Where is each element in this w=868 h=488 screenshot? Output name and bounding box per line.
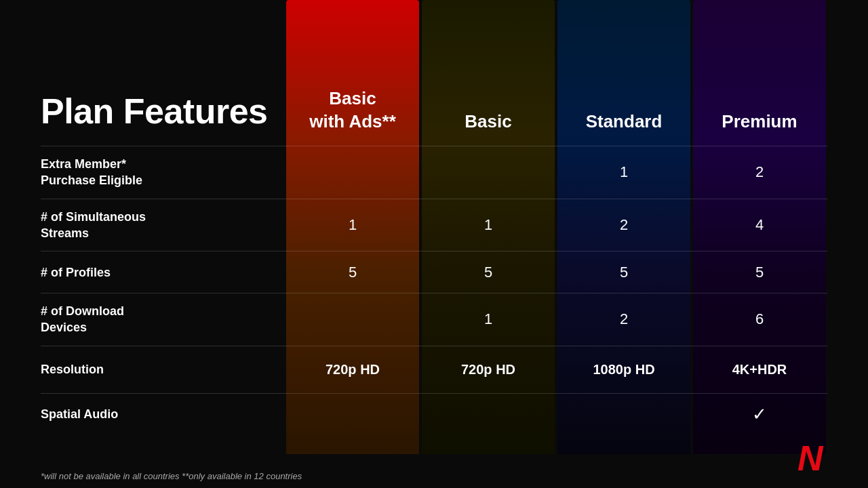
cell-ads-resolution: 720p HD	[285, 352, 420, 387]
header-row: Plan Features Basicwith Ads** Basic Stan…	[41, 0, 827, 146]
row-downloads: # of DownloadDevices 1 2 6	[41, 293, 827, 346]
col-header-standard-label: Standard	[556, 110, 692, 134]
col-header-basic-label: Basic	[420, 110, 556, 134]
table-area: Extra Member*Purchase Eligible 1 2 # of …	[41, 146, 827, 454]
label-downloads: # of DownloadDevices	[41, 293, 285, 346]
cell-premium-downloads: 6	[692, 301, 827, 338]
col-header-standard: Standard	[556, 0, 692, 146]
cell-standard-spatial	[556, 405, 692, 424]
main-container: Plan Features Basicwith Ads** Basic Stan…	[0, 0, 868, 488]
cell-premium-resolution: 4K+HDR	[692, 352, 827, 387]
cell-premium-profiles: 5	[692, 254, 827, 291]
plan-features-title: Plan Features	[41, 92, 285, 146]
cell-basic-profiles: 5	[420, 254, 556, 291]
cell-basic-resolution: 720p HD	[420, 352, 556, 387]
label-spatial: Spatial Audio	[41, 396, 285, 432]
svg-text:N: N	[797, 441, 824, 474]
label-profiles: # of Profiles	[41, 255, 285, 290]
cell-ads-downloads	[285, 310, 420, 329]
cell-standard-streams: 2	[556, 207, 692, 243]
row-extra-member: Extra Member*Purchase Eligible 1 2	[41, 146, 827, 199]
cell-standard-resolution: 1080p HD	[556, 352, 692, 387]
netflix-logo: N	[797, 441, 827, 481]
row-resolution: Resolution 720p HD 720p HD 1080p HD 4K+H…	[41, 346, 827, 393]
cell-ads-streams: 1	[285, 207, 420, 243]
cell-ads-spatial	[285, 405, 420, 424]
cell-basic-extra-member	[420, 163, 556, 182]
cell-basic-streams: 1	[420, 207, 556, 243]
col-header-premium-label: Premium	[692, 110, 827, 134]
row-spatial: Spatial Audio ✓	[41, 393, 827, 435]
label-extra-member: Extra Member*Purchase Eligible	[41, 146, 285, 199]
cell-standard-profiles: 5	[556, 254, 692, 291]
cell-premium-streams: 4	[692, 207, 827, 243]
row-streams: # of SimultaneousStreams 1 1 2 4	[41, 199, 827, 251]
cell-ads-profiles: 5	[285, 254, 420, 291]
col-header-ads-label: Basicwith Ads**	[285, 87, 420, 134]
footer-note: *will not be available in all countries …	[41, 471, 302, 481]
cell-basic-spatial	[420, 405, 556, 424]
cell-premium-spatial: ✓	[692, 394, 827, 434]
cell-standard-extra-member: 1	[556, 154, 692, 190]
cell-ads-extra-member	[285, 163, 420, 182]
row-profiles: # of Profiles 5 5 5 5	[41, 251, 827, 293]
col-header-premium: Premium	[692, 0, 827, 146]
page-title: Plan Features	[41, 92, 285, 132]
cell-basic-downloads: 1	[420, 301, 556, 338]
col-header-ads: Basicwith Ads**	[285, 0, 420, 146]
label-resolution: Resolution	[41, 352, 285, 387]
cell-premium-extra-member: 2	[692, 154, 827, 190]
label-streams: # of SimultaneousStreams	[41, 199, 285, 251]
cell-standard-downloads: 2	[556, 301, 692, 338]
col-header-basic: Basic	[420, 0, 556, 146]
